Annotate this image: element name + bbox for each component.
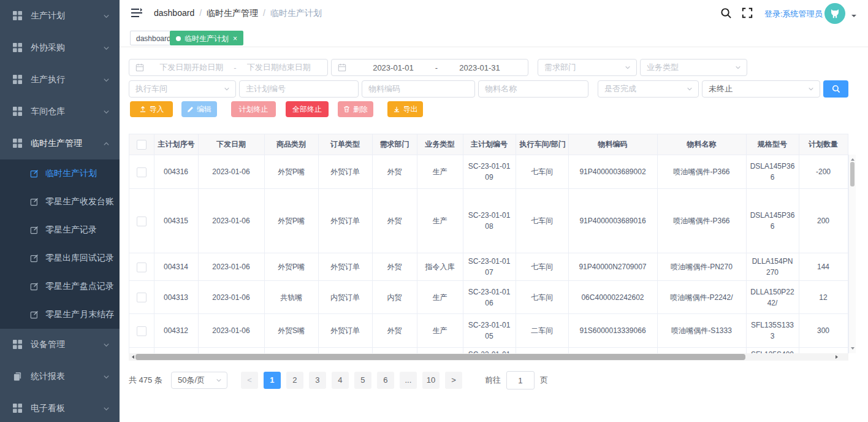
page-button-3[interactable]: 3 — [309, 372, 326, 389]
plan-terminate-button[interactable]: 计划终止 — [231, 101, 276, 117]
page-button-2[interactable]: 2 — [286, 372, 303, 389]
submenu-item-2[interactable]: 零星生产记录 — [0, 216, 120, 244]
sidebar-item-5[interactable]: 设备管理 — [0, 329, 120, 361]
submenu-item-3[interactable]: 零星出库回试记录 — [0, 244, 120, 272]
material-code-input[interactable]: 物料编码 — [362, 80, 475, 98]
page-button-4[interactable]: 4 — [332, 372, 349, 389]
date-range-picker[interactable]: 2023-01-01 - 2023-01-31 — [331, 59, 528, 76]
terminate-all-label: 全部终止 — [292, 104, 322, 115]
page-button-5[interactable]: 5 — [354, 372, 371, 389]
fullscreen-icon[interactable] — [742, 7, 754, 20]
vertical-scroll-thumb[interactable] — [850, 162, 855, 186]
table-row[interactable]: 0043142023-01-06外贸P嘴外贸订单外贸指令入库SC-23-01-0… — [129, 253, 848, 281]
issue-date-range-picker[interactable]: 下发日期开始日期 - 下发日期结束日期 — [129, 59, 328, 76]
select-all-checkbox[interactable] — [137, 140, 147, 150]
cell-category: 外贸P嘴 — [264, 189, 318, 253]
material-code-placeholder: 物料编码 — [368, 83, 400, 94]
cell-category: 外贸P嘴 — [264, 253, 318, 281]
submenu-item-0[interactable]: 临时生产计划 — [0, 159, 120, 188]
is-complete-select[interactable]: 是否完成 — [598, 80, 699, 98]
submenu-item-5[interactable]: 零星生产月末结存 — [0, 301, 120, 329]
sidebar-item-1[interactable]: 外协采购 — [0, 32, 120, 64]
cell-qty — [799, 348, 848, 354]
cell-workshop: 七车间 — [516, 155, 568, 189]
scroll-left-icon[interactable] — [130, 355, 134, 359]
sidebar-item-7[interactable]: 电子看板 — [0, 393, 120, 422]
terminate-all-button[interactable]: 全部终止 — [286, 101, 329, 117]
table-row-partial[interactable]: SC-23-01-01SFL135S400 — [129, 348, 848, 354]
calendar-icon — [338, 63, 346, 72]
sidebar-item-2[interactable]: 生产执行 — [0, 64, 120, 96]
sidebar-item-3[interactable]: 车间仓库 — [0, 96, 120, 128]
close-icon[interactable]: × — [233, 34, 237, 43]
material-name-input[interactable]: 物料名称 — [478, 80, 588, 98]
next-page-button[interactable]: > — [445, 372, 462, 389]
table-row[interactable]: 0043152023-01-06外贸P嘴外贸订单外贸生产SC-23-01-010… — [129, 189, 848, 253]
column-header: 商品类别 — [264, 134, 318, 155]
row-checkbox[interactable] — [137, 217, 147, 226]
column-header: 物料名称 — [657, 134, 746, 155]
row-checkbox[interactable] — [137, 326, 147, 336]
goto-page-input[interactable] — [506, 371, 535, 389]
import-button[interactable]: 导入 — [130, 101, 173, 117]
demand-dept-select[interactable]: 需求部门 — [538, 59, 637, 76]
prev-page-button[interactable]: < — [241, 372, 258, 389]
table-row[interactable]: 0043122023-01-06外贸S嘴外贸订单外贸生产SC-23-01-010… — [129, 314, 848, 348]
workshop-select[interactable]: 执行车间 — [129, 80, 236, 98]
sidebar-item-label: 外协采购 — [31, 42, 65, 53]
table-row[interactable]: 0043162023-01-06外贸P嘴外贸订单外贸生产SC-23-01-010… — [129, 155, 848, 189]
row-checkbox[interactable] — [137, 167, 147, 177]
business-type-select[interactable]: 业务类型 — [640, 59, 747, 76]
search-icon[interactable] — [720, 7, 733, 20]
cell-demand_dept: 外贸 — [372, 189, 417, 253]
submenu-item-4[interactable]: 零星生产盘点记录 — [0, 272, 120, 301]
scroll-right-icon[interactable] — [836, 355, 840, 359]
caret-down-icon[interactable] — [851, 15, 856, 20]
sidebar-item-4[interactable]: 临时生产管理 — [0, 128, 120, 159]
cell-demand_dept: 外贸 — [372, 155, 417, 189]
row-checkbox-cell — [129, 348, 154, 354]
cell-seq: 004312 — [154, 314, 198, 348]
cell-category: 外贸P嘴 — [264, 155, 318, 189]
page-ellipsis-button[interactable]: ... — [400, 372, 417, 389]
login-user-label[interactable]: 登录:系统管理员 — [764, 9, 823, 20]
terminate-state-select[interactable]: 未终止 — [702, 80, 820, 98]
page-button-1[interactable]: 1 — [264, 372, 281, 389]
edit-button[interactable]: 编辑 — [181, 101, 217, 117]
avatar[interactable] — [824, 3, 845, 24]
plan-no-input[interactable]: 主计划编号 — [239, 80, 359, 98]
page-button-6[interactable]: 6 — [377, 372, 394, 389]
tab-1[interactable]: 临时生产计划× — [170, 31, 243, 45]
breadcrumb-item-1[interactable]: 临时生产管理 — [207, 8, 258, 18]
page-button-10[interactable]: 10 — [422, 372, 440, 389]
grid-icon — [13, 107, 23, 117]
tab-bar: dashboard临时生产计划× — [120, 27, 868, 47]
chevron-down-icon — [103, 45, 110, 52]
export-button[interactable]: 导出 — [387, 101, 423, 117]
row-checkbox[interactable] — [137, 293, 147, 302]
cell-workshop: 二车间 — [516, 314, 568, 348]
cell-spec: DLLA154PN270 — [746, 253, 799, 281]
row-checkbox-cell — [129, 189, 154, 253]
row-checkbox[interactable] — [137, 263, 147, 272]
sidebar-item-0[interactable]: 生产计划 — [0, 0, 120, 32]
search-button[interactable] — [823, 80, 848, 98]
column-header: 主计划序号 — [154, 134, 198, 155]
edit-square-icon — [30, 198, 39, 206]
demand-dept-placeholder: 需求部门 — [544, 62, 576, 73]
scroll-up-icon[interactable] — [851, 156, 855, 161]
scroll-down-icon[interactable] — [851, 347, 855, 351]
goto-page: 前往 页 — [485, 371, 548, 389]
delete-button[interactable]: 删除 — [338, 101, 373, 117]
breadcrumb-item-0[interactable]: dashboard — [154, 8, 194, 18]
submenu: 临时生产计划零星生产收发台账零星生产记录零星出库回试记录零星生产盘点记录零星生产… — [0, 159, 120, 329]
sidebar-item-6[interactable]: 统计报表 — [0, 361, 120, 393]
horizontal-scrollbar[interactable] — [129, 353, 848, 361]
submenu-item-1[interactable]: 零星生产收发台账 — [0, 188, 120, 216]
table-row[interactable]: 0043132023-01-06共轨嘴内贸订单内贸生产SC-23-01-0106… — [129, 281, 848, 314]
hamburger-icon[interactable] — [131, 8, 142, 18]
page-size-select[interactable]: 50条/页 — [171, 372, 227, 389]
horizontal-scroll-thumb[interactable] — [135, 354, 745, 360]
vertical-scrollbar[interactable] — [848, 155, 856, 353]
material-name-placeholder: 物料名称 — [485, 83, 517, 94]
